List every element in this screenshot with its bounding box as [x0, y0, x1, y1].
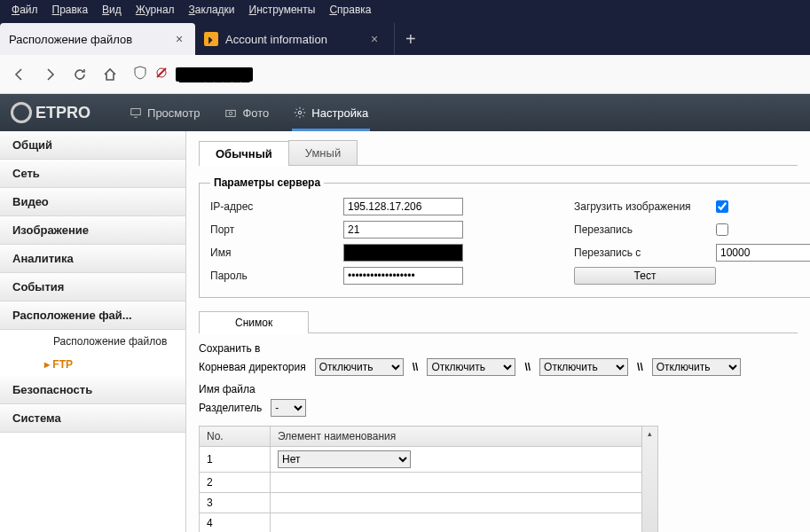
tracking-icon[interactable] [154, 66, 169, 82]
ip-label: IP-адрес [210, 200, 343, 213]
menu-history[interactable]: Журнал [129, 2, 182, 18]
table-row[interactable]: 1 Нет [200, 447, 642, 473]
back-button[interactable] [5, 60, 34, 89]
path-sep: \\ [413, 361, 419, 373]
svg-point-6 [299, 111, 303, 114]
scroll-up-icon[interactable]: ▴ [642, 426, 657, 441]
dir2-select[interactable]: Отключить [427, 358, 515, 376]
dir1-select[interactable]: Отключить [315, 358, 404, 376]
app-header: ETPRO Просмотр Фото Настройка [0, 94, 810, 131]
svg-rect-4 [226, 110, 236, 116]
forward-button[interactable] [35, 60, 64, 89]
path-sep: \\ [637, 361, 643, 373]
save-label: Сохранить в [199, 342, 798, 355]
menu-file[interactable]: Файл [4, 2, 45, 18]
reload-button[interactable] [66, 60, 94, 89]
app-logo[interactable]: ETPRO [11, 102, 90, 123]
ip-input[interactable] [343, 198, 463, 215]
tab-normal[interactable]: Обычный [199, 141, 289, 166]
sidebar-sub-filelocation[interactable]: Расположение файлов [0, 330, 185, 353]
overwrite-checkbox[interactable] [716, 223, 728, 236]
tab-smart[interactable]: Умный [288, 140, 358, 165]
url-text: ████████ [176, 67, 253, 82]
url-bar[interactable]: ████████ [126, 61, 805, 88]
svg-rect-2 [131, 109, 141, 115]
sidebar-item-system[interactable]: Система [0, 404, 185, 433]
port-input[interactable] [343, 221, 463, 239]
content-area: Обычный Умный Параметры сервера IP-адрес… [186, 131, 810, 532]
nav-photo[interactable]: Фото [212, 94, 281, 131]
svg-point-5 [230, 112, 233, 115]
monitor-icon [130, 106, 142, 119]
save-block: Сохранить в Корневая директория Отключит… [199, 342, 798, 417]
home-button[interactable] [96, 60, 124, 89]
table-scrollbar[interactable]: ▴ [642, 426, 658, 532]
browser-tab-1[interactable]: Расположение файлов × [0, 23, 195, 55]
table-row[interactable]: 2 [200, 473, 642, 493]
sidebar-item-network[interactable]: Сеть [0, 160, 185, 188]
browser-menubar: Файл Правка Вид Журнал Закладки Инструме… [0, 0, 810, 20]
menu-bookmarks[interactable]: Закладки [182, 2, 242, 18]
dir3-select[interactable]: Отключить [539, 358, 628, 376]
overwrite-from-input[interactable] [716, 244, 810, 262]
shield-icon[interactable] [133, 66, 147, 82]
table-row[interactable]: 3 [200, 493, 642, 513]
logo-icon [11, 102, 32, 123]
pass-input[interactable] [343, 267, 463, 285]
user-label: Имя [210, 246, 343, 259]
upload-checkbox[interactable] [716, 200, 728, 213]
table-row[interactable]: 4 [200, 513, 642, 533]
browser-tabbar: Расположение файлов × ⏵ Account informat… [0, 20, 810, 55]
filename-table: No. Элемент наименования 1 Нет 2 3 4 5 [199, 426, 642, 532]
dir4-select[interactable]: Отключить [652, 358, 741, 376]
nav-preview[interactable]: Просмотр [117, 94, 212, 131]
overwrite-label: Перезапись [574, 223, 716, 236]
rootdir-label: Корневая директория [199, 361, 306, 373]
test-button[interactable]: Тест [574, 267, 716, 285]
menu-edit[interactable]: Правка [45, 2, 96, 18]
mode-tabs: Обычный Умный [199, 140, 798, 166]
menu-help[interactable]: Справка [322, 2, 378, 18]
close-icon[interactable]: × [172, 32, 186, 46]
browser-toolbar: ████████ [0, 55, 810, 94]
server-params-group: Параметры сервера IP-адрес Загрузить изо… [199, 176, 810, 298]
path-sep: \\ [524, 361, 531, 373]
sidebar-item-video[interactable]: Видео [0, 188, 185, 216]
port-label: Порт [210, 223, 343, 236]
sidebar-item-security[interactable]: Безопасность [0, 376, 185, 404]
col-no: No. [200, 426, 271, 447]
menu-tools[interactable]: Инструменты [242, 2, 323, 18]
server-params-legend: Параметры сервера [210, 176, 324, 189]
sidebar-item-analytics[interactable]: Аналитика [0, 245, 185, 273]
separator-select[interactable]: - [271, 399, 306, 417]
upload-label: Загрузить изображения [574, 200, 716, 213]
browser-tab-2[interactable]: ⏵ Account information × [195, 23, 390, 55]
sidebar: Общий Сеть Видео Изображение Аналитика С… [0, 131, 186, 532]
sidebar-item-events[interactable]: События [0, 273, 185, 301]
col-element: Элемент наименования [271, 426, 642, 447]
overwrite-from-label: Перезапись с [574, 246, 716, 259]
sidebar-sub-ftp[interactable]: FTP [0, 353, 185, 376]
sidebar-item-filelocation[interactable]: Расположение фай... [0, 301, 185, 330]
filename-label: Имя файла [199, 383, 798, 395]
user-input[interactable] [343, 244, 463, 262]
menu-view[interactable]: Вид [95, 2, 129, 18]
sidebar-item-image[interactable]: Изображение [0, 216, 185, 245]
snapshot-tabs: Снимок [199, 310, 798, 333]
app-nav: Просмотр Фото Настройка [117, 94, 381, 131]
camera-icon [224, 106, 237, 119]
separator-label: Разделитель [199, 402, 262, 414]
gear-icon [294, 106, 306, 119]
sidebar-item-general[interactable]: Общий [0, 131, 185, 160]
site-icon: ⏵ [204, 32, 218, 46]
tab-snapshot[interactable]: Снимок [199, 311, 309, 333]
row1-select[interactable]: Нет [278, 450, 411, 468]
tab-title: Account information [225, 33, 364, 46]
close-icon[interactable]: × [367, 32, 381, 46]
new-tab-button[interactable]: + [394, 23, 427, 55]
pass-label: Пароль [210, 270, 343, 282]
tab-title: Расположение файлов [9, 33, 169, 46]
nav-settings[interactable]: Настройка [281, 94, 381, 131]
